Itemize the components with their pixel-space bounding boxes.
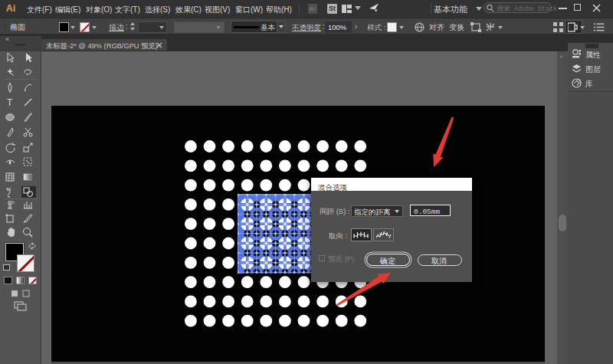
svg-text:T: T: [7, 97, 13, 108]
